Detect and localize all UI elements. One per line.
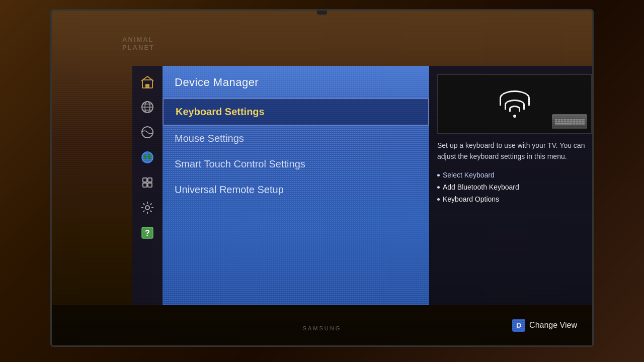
info-bullet-select-keyboard: Select Keyboard xyxy=(437,169,592,181)
svg-point-13 xyxy=(145,206,149,210)
menu-panel: Device Manager Keyboard Settings Mouse S… xyxy=(163,66,429,305)
bullet-dot xyxy=(437,186,440,189)
svg-rect-9 xyxy=(143,178,147,182)
menu-item-universal-remote[interactable]: Universal Remote Setup xyxy=(163,177,429,203)
sidebar-apps-icon[interactable] xyxy=(136,171,158,194)
sidebar-globe-icon[interactable] xyxy=(136,121,158,143)
sidebar-earth-icon[interactable] xyxy=(136,146,158,168)
info-image xyxy=(437,74,592,134)
info-bullet-keyboard-options: Keyboard Options xyxy=(437,193,592,205)
sidebar: ? xyxy=(132,66,163,305)
wifi-icon xyxy=(500,90,530,118)
sidebar-settings-icon[interactable] xyxy=(136,197,158,219)
info-bullet-add-bluetooth: Add Bluetooth Keyboard xyxy=(437,181,592,193)
screen: ANIMALPLANET xyxy=(52,11,592,345)
d-button: D xyxy=(512,319,525,332)
menu-item-mouse-settings[interactable]: Mouse Settings xyxy=(163,126,429,151)
tv-frame: ANIMALPLANET xyxy=(50,9,594,347)
menu-item-smart-touch[interactable]: Smart Touch Control Settings xyxy=(163,151,429,177)
change-view-label: Change View xyxy=(529,321,577,330)
svg-rect-12 xyxy=(148,183,152,187)
info-bullets: Select Keyboard Add Bluetooth Keyboard K… xyxy=(437,169,592,205)
menu-title: Device Manager xyxy=(163,76,429,98)
keyboard-preview-image xyxy=(552,114,587,129)
bullet-dot xyxy=(437,198,440,201)
change-view-button[interactable]: D Change View xyxy=(512,319,577,332)
svg-rect-10 xyxy=(148,178,152,182)
menu-items: Keyboard Settings Mouse Settings Smart T… xyxy=(163,98,429,203)
menu-item-keyboard-settings[interactable]: Keyboard Settings xyxy=(163,98,429,126)
info-panel: Set up a keyboard to use with your TV. Y… xyxy=(429,66,592,305)
svg-text:?: ? xyxy=(145,229,150,237)
channel-watermark: ANIMALPLANET xyxy=(122,36,188,66)
samsung-logo: SAMSUNG xyxy=(303,325,342,331)
camera-notch xyxy=(317,11,327,15)
svg-rect-11 xyxy=(143,183,147,187)
info-description: Set up a keyboard to use with your TV. Y… xyxy=(437,140,592,162)
sidebar-home-icon[interactable] xyxy=(136,71,158,93)
bullet-dot xyxy=(437,174,440,176)
sidebar-network-icon[interactable] xyxy=(136,96,158,118)
svg-rect-1 xyxy=(145,84,149,88)
sidebar-help-icon[interactable]: ? xyxy=(136,222,158,244)
